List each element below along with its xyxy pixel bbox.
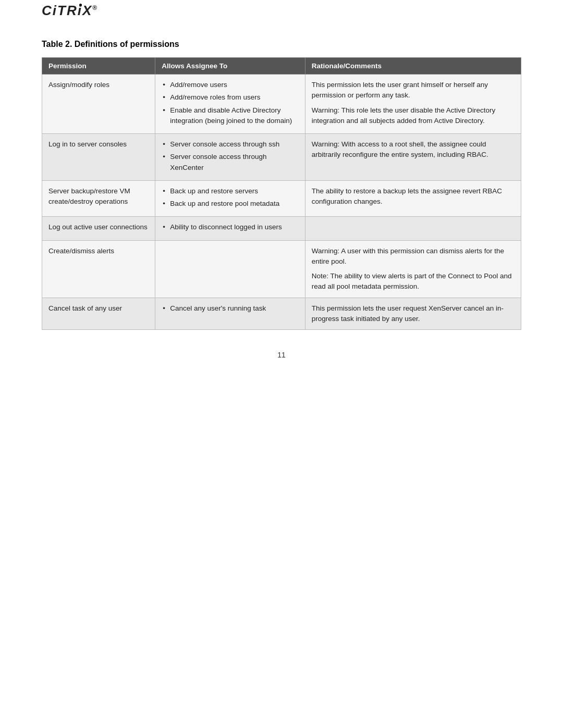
rationale-cell: This permission lets the user request Xe…	[305, 298, 521, 330]
page-number: 11	[42, 351, 521, 359]
allows-item: Back up and restore servers	[162, 186, 298, 196]
permission-cell: Server backup/restore VM create/destroy …	[42, 180, 155, 217]
logo-text: C	[42, 3, 53, 18]
permission-cell: Log out active user connections	[42, 217, 155, 240]
rationale-paragraph: Note: The ability to view alerts is part…	[312, 271, 515, 292]
rationale-cell: Warning: A user with this permission can…	[305, 240, 521, 298]
permission-cell: Create/dismiss alerts	[42, 240, 155, 298]
logo-text-3: X	[82, 3, 92, 18]
table-row: Log in to server consolesServer console …	[42, 134, 521, 181]
allows-item: Add/remove roles from users	[162, 92, 298, 103]
allows-cell: Cancel any user's running task	[155, 298, 305, 330]
allows-cell	[155, 240, 305, 298]
rationale-paragraph: This permission lets the user grant hims…	[312, 80, 515, 101]
table-row: Log out active user connectionsAbility t…	[42, 217, 521, 240]
col-header-permission: Permission	[42, 58, 155, 75]
rationale-paragraph: Warning: This role lets the user disable…	[312, 105, 515, 127]
allows-item: Enable and disable Active Directory inte…	[162, 105, 298, 127]
rationale-paragraph: Warning: A user with this permission can…	[312, 246, 515, 267]
allows-item: Server console access through XenCenter	[162, 152, 298, 173]
rationale-cell	[305, 217, 521, 240]
allows-item: Cancel any user's running task	[162, 303, 298, 314]
col-header-allows: Allows Assignee To	[155, 58, 305, 75]
allows-cell: Back up and restore serversBack up and r…	[155, 180, 305, 217]
table-row: Create/dismiss alertsWarning: A user wit…	[42, 240, 521, 298]
table-title: Table 2. Definitions of permissions	[42, 40, 521, 49]
permission-cell: Assign/modify roles	[42, 75, 155, 134]
logo-text-2: iTR	[53, 3, 78, 18]
col-header-rationale: Rationale/Comments	[305, 58, 521, 75]
allows-item: Server console access through ssh	[162, 139, 298, 150]
rationale-paragraph: Warning: With access to a root shell, th…	[312, 139, 515, 161]
permission-cell: Log in to server consoles	[42, 134, 155, 181]
allows-cell: Ability to disconnect logged in users	[155, 217, 305, 240]
allows-cell: Server console access through sshServer …	[155, 134, 305, 181]
rationale-cell: Warning: With access to a root shell, th…	[305, 134, 521, 181]
logo-i-dot: i	[78, 3, 82, 18]
permission-cell: Cancel task of any user	[42, 298, 155, 330]
table-row: Cancel task of any userCancel any user's…	[42, 298, 521, 330]
allows-item: Ability to disconnect logged in users	[162, 222, 298, 232]
rationale-paragraph: This permission lets the user request Xe…	[312, 303, 515, 325]
allows-item: Back up and restore pool metadata	[162, 199, 298, 209]
allows-cell: Add/remove usersAdd/remove roles from us…	[155, 75, 305, 134]
table-row: Assign/modify rolesAdd/remove usersAdd/r…	[42, 75, 521, 134]
rationale-cell: This permission lets the user grant hims…	[305, 75, 521, 134]
table-header-row: Permission Allows Assignee To Rationale/…	[42, 58, 521, 75]
logo-container: CİTRİX CiTRiX®	[42, 3, 521, 19]
rationale-cell: The ability to restore a backup lets the…	[305, 180, 521, 217]
permissions-table: Permission Allows Assignee To Rationale/…	[42, 57, 521, 330]
rationale-paragraph: The ability to restore a backup lets the…	[312, 186, 515, 207]
allows-item: Add/remove users	[162, 80, 298, 90]
table-row: Server backup/restore VM create/destroy …	[42, 180, 521, 217]
